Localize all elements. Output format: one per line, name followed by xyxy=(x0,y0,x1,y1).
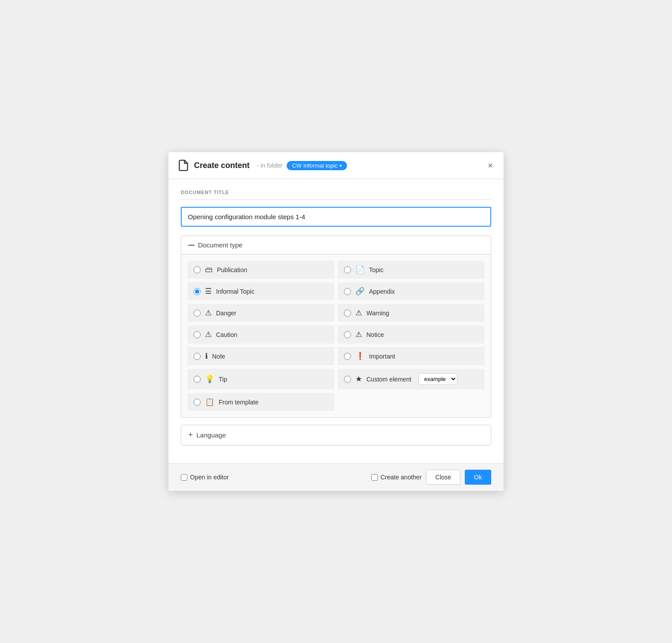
custom-element-select[interactable]: example note tip xyxy=(418,373,457,385)
radio-from-template[interactable] xyxy=(194,399,201,406)
doc-type-grid: 🗃 Publication 📄 Topic ☰ Informal Topic xyxy=(181,254,491,417)
dialog-body: DOCUMENT TITLE Document type 🗃 Publicati… xyxy=(168,179,504,463)
informal-topic-icon: ☰ xyxy=(205,287,212,296)
open-in-editor-group: Open in editor xyxy=(181,474,229,481)
collapse-icon xyxy=(188,245,194,246)
note-label: Note xyxy=(212,353,225,360)
open-in-editor-label: Open in editor xyxy=(190,474,229,481)
option-tip[interactable]: 💡 Tip xyxy=(187,369,334,389)
document-type-header[interactable]: Document type xyxy=(181,236,491,254)
from-template-label: From template xyxy=(219,399,258,406)
option-important[interactable]: ❗ Important xyxy=(338,347,485,365)
important-icon: ❗ xyxy=(355,351,365,361)
publication-label: Publication xyxy=(217,266,247,273)
create-another-group: Create another xyxy=(371,474,422,481)
appendix-icon: 🔗 xyxy=(355,287,365,296)
document-icon xyxy=(177,159,190,172)
option-custom-element[interactable]: ★ Custom element example note tip xyxy=(338,369,485,389)
document-title-label: DOCUMENT TITLE xyxy=(181,190,491,195)
appendix-label: Appendix xyxy=(369,288,395,295)
radio-caution[interactable] xyxy=(194,331,201,338)
tip-icon: 💡 xyxy=(205,374,214,384)
folder-badge[interactable]: CW Informal topic ▾ xyxy=(287,161,347,170)
option-publication[interactable]: 🗃 Publication xyxy=(187,261,334,279)
ok-button[interactable]: Ok xyxy=(465,470,491,485)
option-warning[interactable]: ⚠ Warning xyxy=(338,304,485,322)
dialog-header: Create content - in folder CW Informal t… xyxy=(168,152,504,179)
expand-icon: + xyxy=(188,430,193,440)
danger-icon: ⚠ xyxy=(205,308,212,318)
radio-danger[interactable] xyxy=(194,310,201,317)
custom-element-icon: ★ xyxy=(355,374,362,384)
radio-note[interactable] xyxy=(194,353,201,360)
title-divider xyxy=(181,199,491,200)
folder-name: CW Informal topic xyxy=(292,162,337,169)
warning-icon: ⚠ xyxy=(355,308,362,318)
topic-label: Topic xyxy=(369,266,384,273)
create-content-dialog: Create content - in folder CW Informal t… xyxy=(168,152,504,491)
radio-appendix[interactable] xyxy=(344,288,351,295)
option-topic[interactable]: 📄 Topic xyxy=(338,261,485,279)
from-template-icon: 📋 xyxy=(205,397,214,407)
notice-icon: ⚠ xyxy=(355,330,362,339)
option-appendix[interactable]: 🔗 Appendix xyxy=(338,282,485,300)
option-from-template[interactable]: 📋 From template xyxy=(187,393,334,411)
topic-icon: 📄 xyxy=(355,265,365,274)
option-caution[interactable]: ⚠ Caution xyxy=(187,325,334,344)
caution-icon: ⚠ xyxy=(205,330,212,339)
dialog-footer: Open in editor Create another Close Ok xyxy=(168,463,504,491)
close-button[interactable]: Close xyxy=(426,470,460,485)
language-section: + Language xyxy=(181,425,491,445)
header-left: Create content - in folder CW Informal t… xyxy=(177,159,347,172)
dialog-title: Create content xyxy=(194,161,250,170)
radio-notice[interactable] xyxy=(344,331,351,338)
open-in-editor-checkbox[interactable] xyxy=(181,474,187,481)
create-another-checkbox[interactable] xyxy=(371,474,378,481)
radio-warning[interactable] xyxy=(344,310,351,317)
create-another-label: Create another xyxy=(381,474,422,481)
option-informal-topic[interactable]: ☰ Informal Topic xyxy=(187,282,334,300)
radio-informal-topic[interactable] xyxy=(194,288,201,295)
footer-left: Open in editor xyxy=(181,474,229,481)
danger-label: Danger xyxy=(216,310,236,317)
footer-right: Create another Close Ok xyxy=(371,470,491,485)
language-header[interactable]: + Language xyxy=(181,425,491,445)
caution-label: Caution xyxy=(216,331,237,338)
language-label: Language xyxy=(197,431,226,439)
warning-label: Warning xyxy=(366,310,389,317)
option-notice[interactable]: ⚠ Notice xyxy=(338,325,485,344)
option-note[interactable]: ℹ Note xyxy=(187,347,334,365)
important-label: Important xyxy=(369,353,395,360)
document-title-input[interactable] xyxy=(181,207,491,227)
informal-topic-label: Informal Topic xyxy=(216,288,254,295)
close-icon[interactable]: × xyxy=(486,159,495,172)
custom-element-label: Custom element xyxy=(366,376,411,383)
document-type-label: Document type xyxy=(198,241,243,249)
tip-label: Tip xyxy=(219,376,227,383)
radio-important[interactable] xyxy=(344,353,351,360)
chevron-down-icon: ▾ xyxy=(340,163,342,168)
document-type-section: Document type 🗃 Publication 📄 Topic xyxy=(181,236,491,418)
notice-label: Notice xyxy=(366,331,384,338)
radio-tip[interactable] xyxy=(194,376,201,383)
in-folder-label: - in folder xyxy=(257,162,282,169)
note-icon: ℹ xyxy=(205,351,208,361)
publication-icon: 🗃 xyxy=(205,265,213,274)
radio-topic[interactable] xyxy=(344,266,351,273)
option-danger[interactable]: ⚠ Danger xyxy=(187,304,334,322)
radio-custom-element[interactable] xyxy=(344,376,351,383)
empty-cell xyxy=(338,393,485,411)
radio-publication[interactable] xyxy=(194,266,201,273)
